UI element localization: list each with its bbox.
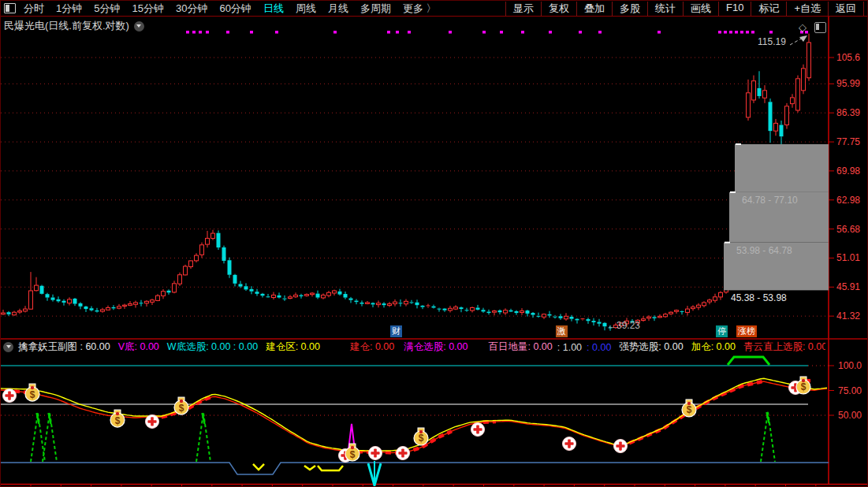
red-cross-icon xyxy=(369,447,382,460)
signal-dot xyxy=(396,31,399,34)
period-menu-item[interactable]: 更多 〉 xyxy=(403,2,437,16)
signal-dot xyxy=(769,31,773,34)
panel-y-tick-label: 100.0 xyxy=(838,360,862,371)
window-icon[interactable] xyxy=(4,3,16,13)
yellow-marks xyxy=(253,464,343,470)
toolbar-menu-item[interactable]: 显示 xyxy=(505,2,541,16)
toolbar-menu-item[interactable]: 画线 xyxy=(683,2,718,16)
panel-y-tick-label: 75.00 xyxy=(838,385,862,396)
signal-dot xyxy=(387,31,390,34)
money-bag-icon: $ xyxy=(414,428,428,445)
event-badge: 财 xyxy=(390,325,402,337)
signal-dot xyxy=(192,31,196,34)
indicator-header: 擒拿妖王副图 : 60.00V底: 0.00W底选股: 0.00 : 0.00建… xyxy=(1,340,825,354)
panel-header-item: 青云直上选股: 0.00 xyxy=(743,340,825,354)
signal-dot xyxy=(740,31,743,34)
period-menu-item[interactable]: 30分钟 xyxy=(176,2,207,16)
high-price-annotation: 115.19 xyxy=(758,36,786,47)
cyan-w-bottom-marker xyxy=(368,461,381,485)
split-window-icon[interactable] xyxy=(814,22,826,33)
y-axis-label: 45.91 xyxy=(836,281,860,292)
signal-dot xyxy=(746,31,749,34)
period-menu-item[interactable]: 15分钟 xyxy=(132,2,163,16)
svg-text:$: $ xyxy=(30,389,35,400)
chart-title-row: 民爆光电(日线.前复权.对数) xyxy=(4,19,144,33)
signal-dot xyxy=(275,31,278,34)
toolbar-menu-item[interactable]: 返回 xyxy=(828,2,864,16)
signal-dot xyxy=(250,31,253,34)
signal-dot xyxy=(408,31,411,34)
period-menu-item[interactable]: 分时 xyxy=(24,2,44,16)
panel-markers: $$$$$$$ xyxy=(3,377,811,463)
period-menu-item[interactable]: 5分钟 xyxy=(94,2,120,16)
signal-dot xyxy=(449,31,452,34)
signal-dot xyxy=(199,31,202,34)
panel-chevron-down-icon[interactable] xyxy=(3,342,13,352)
signal-dot xyxy=(579,31,582,34)
red-cross-icon xyxy=(397,447,410,460)
svg-text:$: $ xyxy=(419,433,424,444)
page-title: 民爆光电(日线.前复权.对数) xyxy=(4,19,129,33)
red-cross-icon xyxy=(471,423,485,437)
chevron-down-icon[interactable] xyxy=(134,21,144,32)
candlestick-series xyxy=(2,34,811,331)
red-cross-icon xyxy=(146,415,159,428)
toolbar-menu-item[interactable]: 复权 xyxy=(541,2,576,16)
toolbar-menu-item[interactable]: 标记 xyxy=(751,2,786,16)
y-axis-label: 41.32 xyxy=(836,310,860,322)
diamond-icon[interactable]: ◇ xyxy=(799,21,807,33)
period-menu-item[interactable]: 1分钟 xyxy=(56,2,82,16)
money-bag-icon: $ xyxy=(682,400,696,417)
toolbar-menu-item[interactable]: 多股 xyxy=(612,2,647,16)
y-axis-label: 95.99 xyxy=(836,78,860,89)
signal-dot xyxy=(333,31,337,34)
period-menu-item[interactable]: 日线 xyxy=(263,2,284,16)
y-axis-label: 56.68 xyxy=(836,224,860,235)
high-annotation-arrow xyxy=(790,38,803,45)
price-gridlines xyxy=(1,58,834,316)
signal-dot xyxy=(482,31,486,34)
y-axis-label: 69.98 xyxy=(836,165,860,177)
event-badge: 激 xyxy=(556,325,568,337)
period-menu-item[interactable]: 月线 xyxy=(328,2,348,16)
panel-header-item: 加仓: 0.00 xyxy=(691,340,736,354)
signal-dot xyxy=(521,31,524,34)
panel-header-item: 强势选股: 0.00 xyxy=(619,340,683,354)
toolbar-menu-item[interactable]: 统计 xyxy=(647,2,683,16)
y-axis-label: 86.39 xyxy=(836,107,860,118)
toolbar-menu-item[interactable]: +自选 xyxy=(786,2,828,16)
y-axis-label: 77.75 xyxy=(836,136,860,147)
app-window: $$$$$$$ 分时1分钟5分钟15分钟30分钟60分钟日线周线月线多周期更多 … xyxy=(0,0,868,487)
period-menu-item[interactable]: 周线 xyxy=(296,2,316,16)
indicator-curve-red xyxy=(1,381,827,452)
money-bag-icon: $ xyxy=(174,397,188,415)
panel-header-item: 百日地量: 0.00 xyxy=(489,340,553,354)
y-axis-label: 62.98 xyxy=(836,195,860,206)
toolbar-menu-item[interactable]: 叠加 xyxy=(576,2,612,16)
period-menu-item[interactable]: 多周期 xyxy=(360,2,391,16)
panel-header-item: 满仓选股: 0.00 xyxy=(404,340,468,354)
svg-text:$: $ xyxy=(350,449,356,460)
signal-dot xyxy=(735,31,738,34)
signal-dot xyxy=(729,31,732,34)
y-axis-label: 105.6 xyxy=(836,52,860,63)
signal-dot xyxy=(500,31,503,34)
signal-dot xyxy=(598,31,602,34)
panel-header-item: V底: 0.00 xyxy=(118,340,159,354)
range-box-label: 53.98 - 64.78 xyxy=(736,245,792,256)
money-bag-icon: $ xyxy=(25,384,39,401)
toolbar-menu: 显示复权叠加多股统计画线F10标记+自选返回 xyxy=(505,2,864,16)
escape-top-signal xyxy=(728,357,769,365)
period-menu-item[interactable]: 60分钟 xyxy=(219,2,251,16)
svg-text:$: $ xyxy=(179,403,184,414)
panel-y-tick-label: 50.00 xyxy=(838,410,862,421)
event-badge: 停 xyxy=(716,325,728,337)
panel-header-item: 建仓: 0.00 xyxy=(350,340,394,354)
panel-header-item: : 1.00 xyxy=(557,342,582,353)
red-cross-icon xyxy=(3,389,17,403)
low-price-annotation: ←39.23 xyxy=(607,320,640,331)
signal-dot xyxy=(226,31,229,34)
toolbar-menu-item[interactable]: F10 xyxy=(718,2,751,16)
panel-baseline xyxy=(1,463,829,474)
signal-dot xyxy=(751,31,754,34)
